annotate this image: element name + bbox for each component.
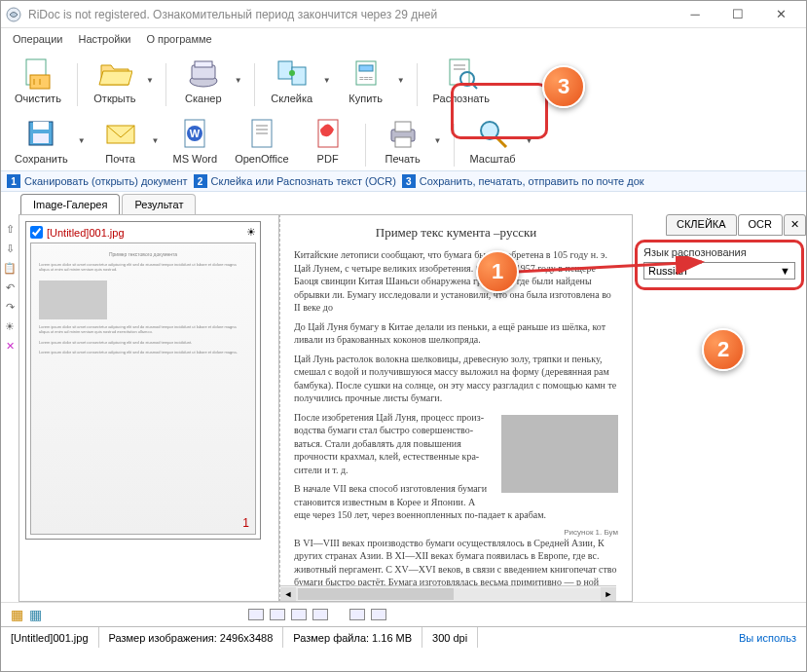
view-mode-2[interactable]	[270, 609, 285, 620]
arrow-down-icon[interactable]: ⇩	[3, 242, 17, 255]
right-tabs: СКЛЕЙКА OCR ✕	[633, 214, 806, 236]
scroll-right[interactable]: ►	[601, 587, 616, 601]
zoom-dropdown[interactable]: ▼	[524, 136, 535, 145]
arrow-annotation	[517, 256, 712, 280]
save-label: Сохранить	[15, 153, 68, 165]
svg-line-36	[517, 262, 702, 272]
window-controls: ─ ☐ ✕	[674, 2, 802, 27]
status-image-size: Размер изображения: 2496x3488	[99, 627, 284, 648]
status-trial: Вы использ	[729, 627, 806, 648]
clipboard-icon[interactable]: 📋	[3, 261, 17, 275]
svg-rect-21	[33, 133, 49, 143]
arrow-up-icon[interactable]: ⇧	[3, 222, 17, 236]
thumb-preview: Пример текстового документа Lorem ipsum …	[30, 243, 256, 535]
scanner-label: Сканер	[185, 93, 221, 104]
status-bar: [Untitled]001.jpg Размер изображения: 24…	[1, 626, 806, 648]
svg-point-34	[481, 122, 498, 139]
menu-settings[interactable]: Настройки	[72, 30, 136, 48]
view-mode-4[interactable]	[312, 609, 328, 620]
status-file-size: Размер файла: 1.16 MB	[283, 627, 422, 648]
glue-button[interactable]: Склейка	[265, 54, 319, 106]
tab-ocr[interactable]: OCR	[738, 214, 783, 236]
print-button[interactable]: Печать	[376, 114, 430, 167]
svg-line-18	[472, 84, 477, 89]
recognize-icon	[444, 56, 479, 91]
save-dropdown[interactable]: ▼	[76, 136, 88, 145]
svg-rect-22	[107, 126, 134, 143]
rotate-right-icon[interactable]: ↷	[3, 300, 17, 314]
toolbar-main: Очистить Открыть ▼ Сканер ▼ Склейка ▼ ==…	[1, 50, 806, 110]
print-icon	[385, 116, 421, 151]
menu-operations[interactable]: Операции	[7, 30, 68, 48]
open-button[interactable]: Открыть	[88, 54, 142, 106]
scroll-left[interactable]: ◄	[280, 587, 296, 601]
openoffice-label: OpenOffice	[235, 153, 288, 165]
tab-result[interactable]: Результат	[122, 194, 196, 214]
left-toolbar: ⇧ ⇩ 📋 ↶ ↷ ☀ ✕	[1, 214, 18, 602]
pdf-icon	[311, 116, 346, 151]
save-icon	[23, 116, 58, 151]
step-2-label: Склейка или Распознать текст (OCR)	[211, 175, 396, 187]
grid-icon[interactable]: ▦	[11, 607, 23, 622]
scanner-dropdown[interactable]: ▼	[233, 76, 244, 85]
recognize-label: Распознать	[433, 93, 490, 104]
buy-label: Купить	[348, 93, 383, 104]
view-mode-1[interactable]	[248, 609, 264, 620]
scanner-button[interactable]: Сканер	[176, 54, 231, 106]
recognize-button[interactable]: Распознать	[427, 54, 495, 106]
view-mode-5[interactable]	[349, 609, 365, 620]
view-toolbar: ▦ ▦	[1, 602, 806, 626]
horizontal-scrollbar[interactable]: ◄ ►	[280, 585, 616, 601]
maximize-button[interactable]: ☐	[716, 2, 759, 27]
zoom-button[interactable]: Масштаб	[464, 114, 522, 167]
pdf-label: PDF	[317, 153, 339, 165]
grid2-icon[interactable]: ▦	[29, 607, 42, 622]
chevron-down-icon: ▼	[780, 265, 790, 277]
buy-button[interactable]: === Купить	[339, 54, 393, 106]
tab-gallery[interactable]: Image-Галерея	[20, 194, 120, 214]
doc-p3: Цай Лунь растолок волокна шелковицы, дре…	[294, 353, 618, 405]
clear-button[interactable]: Очистить	[9, 54, 67, 106]
rotate-left-icon[interactable]: ↶	[3, 280, 17, 294]
menu-about[interactable]: О программе	[140, 30, 217, 48]
thumbnail[interactable]: [Untitled]001.jpg ☀ Пример текстового до…	[25, 221, 261, 540]
glue-label: Склейка	[271, 93, 312, 104]
svg-rect-32	[395, 122, 411, 131]
view-mode-3[interactable]	[291, 609, 307, 620]
thumb-checkbox[interactable]	[30, 226, 43, 239]
separator	[254, 63, 255, 106]
clear-icon	[20, 56, 55, 91]
glue-dropdown[interactable]: ▼	[321, 76, 333, 85]
mail-dropdown[interactable]: ▼	[150, 136, 162, 145]
svg-rect-7	[195, 61, 212, 67]
delete-icon[interactable]: ✕	[3, 339, 17, 353]
pdf-button[interactable]: PDF	[301, 114, 355, 167]
close-button[interactable]: ✕	[759, 2, 802, 27]
view-mode-6[interactable]	[371, 609, 386, 620]
brightness-icon[interactable]: ☀	[3, 319, 17, 333]
save-button[interactable]: Сохранить	[9, 114, 74, 167]
sun-icon[interactable]: ☀	[246, 226, 256, 239]
step-1: 1Сканировать (открыть) документ	[7, 174, 188, 188]
clear-label: Очистить	[15, 93, 61, 104]
openoffice-button[interactable]: OpenOffice	[229, 114, 294, 167]
mail-icon	[103, 116, 138, 151]
svg-line-35	[496, 137, 506, 147]
tab-glue[interactable]: СКЛЕЙКА	[666, 214, 737, 236]
mail-button[interactable]: Почта	[93, 114, 148, 167]
separator	[165, 63, 166, 106]
step-3: 3Сохранить, печатать, отправить по почте…	[402, 174, 644, 188]
svg-rect-12	[359, 65, 373, 71]
info-strip: 1Сканировать (открыть) документ 2Склейка…	[1, 170, 806, 192]
tab-close[interactable]: ✕	[784, 214, 806, 236]
print-dropdown[interactable]: ▼	[432, 136, 444, 145]
doc-p2: До Цай Луня бумагу в Китае делали из пен…	[294, 320, 618, 347]
thumb-filename: [Untitled]001.jpg	[47, 227, 125, 239]
msword-button[interactable]: W MS Word	[167, 114, 224, 167]
open-dropdown[interactable]: ▼	[144, 76, 156, 85]
svg-rect-8	[278, 61, 292, 79]
zoom-label: Масштаб	[470, 153, 516, 165]
buy-dropdown[interactable]: ▼	[395, 76, 407, 85]
separator	[417, 63, 418, 106]
minimize-button[interactable]: ─	[674, 2, 716, 27]
